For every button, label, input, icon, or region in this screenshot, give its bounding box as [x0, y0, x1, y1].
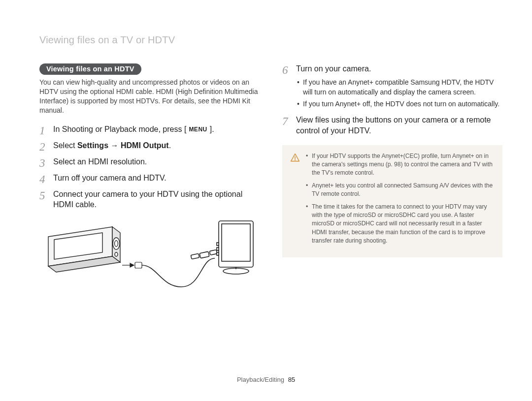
right-column: 6 Turn on your camera. If you have an An…: [282, 63, 502, 296]
footer-section: Playback/Editing: [237, 376, 284, 383]
svg-rect-6: [209, 249, 217, 255]
hdmi-output-label: HDMI Output: [121, 141, 169, 150]
step-body: Select an HDMI resolution.: [53, 156, 147, 167]
intro-text: You can view high-quality and uncompress…: [39, 78, 260, 115]
svg-rect-3: [135, 262, 142, 268]
step-body: Turn on your camera. If you have an Anyn…: [296, 63, 502, 111]
svg-rect-13: [217, 252, 219, 255]
manual-page: Viewing files on a TV or HDTV Viewing fi…: [0, 0, 532, 316]
step-number: 7: [282, 115, 291, 127]
svg-rect-8: [222, 224, 250, 261]
step-2: 2 Select Settings → HDMI Output.: [39, 140, 260, 153]
step-text: Turn on your camera.: [296, 64, 371, 73]
step-number: 2: [39, 140, 48, 153]
step-number: 5: [39, 189, 48, 201]
step-1: 1 In Shooting or Playback mode, press [M…: [39, 124, 260, 136]
step-number: 6: [282, 63, 291, 76]
step-number: 4: [39, 173, 48, 185]
svg-rect-5: [200, 251, 209, 258]
sub-bullet: If you have an Anynet+ compatible Samsun…: [296, 77, 502, 97]
svg-point-1: [115, 241, 118, 247]
step-body: Turn off your camera and HDTV.: [53, 173, 166, 184]
svg-rect-4: [191, 253, 199, 259]
warning-icon: [290, 153, 300, 163]
menu-button-label: MENU: [186, 125, 209, 134]
section-heading: Viewing files on an HDTV: [39, 63, 141, 75]
step-4: 4 Turn off your camera and HDTV.: [39, 173, 260, 185]
note-list: If your HDTV supports the Anynet+(CEC) p…: [306, 152, 495, 249]
step-body: View files using the buttons on your cam…: [296, 115, 502, 136]
page-number: 85: [288, 376, 295, 383]
step-number: 3: [39, 156, 48, 169]
page-footer: Playback/Editing 85: [0, 376, 532, 383]
step-5: 5 Connect your camera to your HDTV using…: [39, 189, 260, 210]
step-number: 1: [39, 124, 48, 136]
left-column: Viewing files on an HDTV You can view hi…: [39, 63, 260, 296]
camera-to-tv-illustration: [43, 218, 255, 294]
step-text: .: [169, 141, 171, 150]
svg-rect-12: [217, 247, 219, 250]
step-body: In Shooting or Playback mode, press [MEN…: [53, 124, 214, 135]
settings-label: Settings: [77, 141, 108, 150]
note-item: If your HDTV supports the Anynet+(CEC) p…: [306, 152, 495, 178]
svg-point-2: [115, 252, 118, 256]
step-3: 3 Select an HDMI resolution.: [39, 156, 260, 169]
content-columns: Viewing files on an HDTV You can view hi…: [39, 63, 502, 296]
step-text: ].: [210, 125, 214, 133]
note-item: The time it takes for the camera to conn…: [306, 203, 495, 246]
note-item: Anynet+ lets you control all connected S…: [306, 182, 495, 199]
step-body: Select Settings → HDMI Output.: [53, 140, 171, 151]
step-6: 6 Turn on your camera. If you have an An…: [282, 63, 502, 111]
step-text: In Shooting or Playback mode, press [: [53, 125, 186, 133]
connection-diagram: [39, 218, 260, 296]
step-body: Connect your camera to your HDTV using t…: [53, 189, 260, 210]
page-title: Viewing files on a TV or HDTV: [39, 34, 502, 46]
sub-bullet: If you turn Anynet+ off, the HDTV does n…: [296, 99, 502, 109]
svg-rect-11: [217, 243, 219, 246]
note-callout: If your HDTV supports the Anynet+(CEC) p…: [282, 145, 502, 257]
step-sub-bullets: If you have an Anynet+ compatible Samsun…: [296, 77, 502, 109]
step-7: 7 View files using the buttons on your c…: [282, 115, 502, 136]
step-text: Select: [53, 141, 77, 150]
arrow-icon: →: [108, 141, 121, 150]
svg-point-15: [295, 159, 296, 160]
